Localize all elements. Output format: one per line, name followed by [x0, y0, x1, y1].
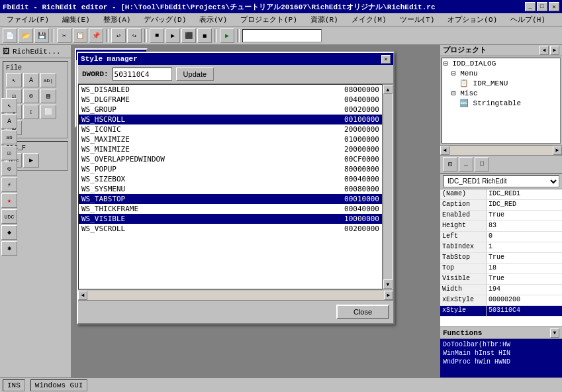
style-list-row[interactable]: WS_VISIBLE10000000 [79, 214, 382, 224]
prop-row[interactable]: (Name)IDC_RED1 [440, 189, 562, 200]
hscroll-left[interactable]: ◀ [78, 291, 87, 300]
style-manager-close-icon[interactable]: ✕ [381, 55, 391, 64]
project-nav-right[interactable]: ▶ [550, 46, 559, 55]
style-list[interactable]: WS_DISABLED08000000WS_DLGFRAME00400000WS… [78, 84, 383, 289]
tool-text[interactable]: A [23, 73, 39, 87]
tool-left-8[interactable]: UDC [1, 209, 17, 224]
properties-combo[interactable]: IDC_RED1 RichEdit [443, 175, 559, 187]
tool-left-7[interactable]: ★ [1, 193, 17, 208]
style-list-row[interactable]: WS_ICONIC20000000 [79, 124, 382, 134]
prop-row[interactable]: TabStopTrue [440, 253, 562, 264]
right-hscroll-track[interactable] [449, 146, 553, 155]
style-list-row[interactable]: WS_GROUP00020000 [79, 105, 382, 115]
win-restore-btn[interactable]: ⊡ [443, 157, 457, 172]
tool-left-2[interactable]: A [1, 114, 17, 128]
function-item[interactable]: WinMain hInst HIN [442, 349, 561, 358]
menu-format[interactable]: 整形(A) [99, 13, 135, 26]
properties-table[interactable]: (Name)IDC_RED1CaptionIDC_REDEnabledTrueH… [440, 189, 562, 326]
style-list-row[interactable]: WS_MAXIMIZE01000000 [79, 134, 382, 144]
tool-select[interactable]: ↖ [6, 73, 22, 87]
toolbar-b2[interactable]: ▶ [165, 28, 180, 43]
style-list-row[interactable]: WS_OVERLAPPEDWINDOW00CF0000 [79, 154, 382, 164]
toolbar-cut[interactable]: ✂ [57, 28, 71, 43]
toolbar-b4[interactable]: ◼ [197, 28, 212, 43]
style-list-row[interactable]: WS_MINIMIZE20000000 [79, 144, 382, 154]
right-hscroll-right[interactable]: ▶ [553, 146, 562, 155]
close-button[interactable]: ✕ [549, 2, 559, 11]
toolbar-new[interactable]: 📄 [3, 28, 17, 43]
menu-view[interactable]: 表示(V) [195, 13, 231, 26]
function-item[interactable]: WndProc hWin HWND [442, 358, 561, 366]
hscroll-right[interactable]: ▶ [384, 291, 393, 300]
tool-radio[interactable]: ⊙ [23, 89, 39, 103]
functions-dropdown[interactable]: ▼ [550, 328, 559, 338]
project-tree[interactable]: ⊟ IDD_DIALOG ⊟ Menu 📋 IDR_MENU ⊟ Misc 🔤 … [442, 58, 561, 144]
right-panel-hscroll[interactable]: ◀ ▶ [440, 145, 562, 156]
tree-item-idd-dialog[interactable]: ⊟ IDD_DIALOG [442, 58, 560, 68]
style-manager-hscroll[interactable]: ◀ ▶ [78, 289, 393, 300]
prop-row[interactable]: Width194 [440, 285, 562, 295]
function-item[interactable]: DoToolbar(hTbr:HW [442, 340, 561, 349]
close-button[interactable]: Close [336, 305, 389, 319]
menu-project[interactable]: プロジェクト(P) [236, 13, 301, 26]
minimize-button[interactable]: _ [525, 2, 536, 11]
menu-help[interactable]: ヘルプ(H) [506, 13, 549, 26]
menu-file[interactable]: ファイル(F) [3, 13, 53, 26]
prop-row[interactable]: Left0 [440, 232, 562, 242]
tree-item-menu[interactable]: ⊟ Menu [442, 68, 560, 78]
style-list-row[interactable]: WS_DISABLED08000000 [79, 85, 382, 95]
style-list-row[interactable]: WS_HSCROLL00100000 [79, 115, 382, 124]
style-list-row[interactable]: WS_SYSMENU00080000 [79, 184, 382, 194]
tree-item-misc[interactable]: ⊟ Misc [442, 88, 560, 98]
toolbar-copy[interactable]: 📋 [73, 28, 87, 43]
menu-edit[interactable]: 編集(E) [58, 13, 94, 26]
tool-left-1[interactable]: ↖ [1, 98, 17, 113]
right-hscroll-left[interactable]: ◀ [440, 146, 449, 155]
menu-tools[interactable]: ツール(T) [396, 13, 439, 26]
style-list-scrollbar[interactable]: ▲ ▼ [383, 84, 393, 289]
prop-row[interactable]: CaptionIDC_RED [440, 200, 562, 211]
prop-row[interactable]: TabIndex1 [440, 242, 562, 253]
tool-scroll[interactable]: ↕ [23, 105, 39, 119]
toolbar-b1[interactable]: ■ [150, 28, 164, 43]
tree-item-stringtable[interactable]: 🔤 Stringtable [442, 98, 560, 108]
style-list-row[interactable]: WS_DLGFRAME00400000 [79, 95, 382, 105]
style-list-row[interactable]: WS_SIZEBOX00040000 [79, 174, 382, 184]
menu-resource[interactable]: 資源(R) [306, 13, 342, 26]
toolbar-run[interactable]: ▶ [220, 28, 234, 43]
scroll-down-arrow[interactable]: ▼ [383, 279, 393, 289]
scroll-thumb[interactable] [385, 95, 391, 278]
menu-debug[interactable]: デバッグ(D) [140, 13, 190, 26]
toolbar-paste[interactable]: 📌 [89, 28, 103, 43]
style-list-row[interactable]: WS_VSCROLL00200000 [79, 224, 382, 234]
tool-left-5[interactable]: ⊙ [1, 162, 17, 176]
toolbar-redo[interactable]: ↪ [127, 28, 142, 43]
tool-left-10[interactable]: ✱ [1, 241, 17, 256]
tree-item-idr-menu[interactable]: 📋 IDR_MENU [442, 78, 560, 88]
prop-row[interactable]: VisibleTrue [440, 274, 562, 285]
menu-make[interactable]: メイク(M) [348, 13, 391, 26]
dword-input[interactable] [113, 68, 172, 81]
prop-row[interactable]: Top18 [440, 264, 562, 274]
prop-row[interactable]: xStyle503110C4 [440, 306, 562, 317]
toolbar-undo[interactable]: ↩ [111, 28, 126, 43]
project-nav-left[interactable]: ◀ [539, 46, 549, 55]
win-min-btn[interactable]: _ [459, 157, 473, 172]
functions-list[interactable]: DoToolbar(hTbr:HWWinMain hInst HINWndPro… [440, 339, 562, 377]
toolbar-save[interactable]: 💾 [34, 28, 49, 43]
scroll-up-arrow[interactable]: ▲ [383, 85, 393, 94]
tool-group[interactable]: ⬜ [40, 105, 56, 119]
update-button[interactable]: Update [176, 68, 214, 81]
toolbar-open[interactable]: 📂 [19, 28, 33, 43]
style-list-row[interactable]: WS_TABSTOP00010000 [79, 194, 382, 204]
style-list-row[interactable]: WS_POPUP80000000 [79, 164, 382, 174]
prop-row[interactable]: EnabledTrue [440, 211, 562, 221]
prop-row[interactable]: Height83 [440, 221, 562, 232]
prop-row[interactable]: xExStyle00000200 [440, 295, 562, 306]
menu-options[interactable]: オプション(O) [444, 13, 501, 26]
hscroll-track[interactable] [87, 291, 384, 300]
tool-left-9[interactable]: ◆ [1, 225, 17, 240]
tool-list[interactable]: ▤ [40, 89, 56, 103]
tool-left-4[interactable]: ☑ [1, 146, 17, 160]
toolbar-b3[interactable]: ⬛ [181, 28, 196, 43]
